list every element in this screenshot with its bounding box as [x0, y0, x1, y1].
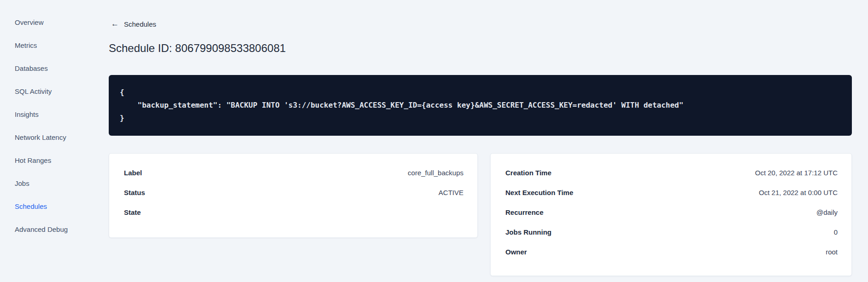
creation-time-row-label: Creation Time — [505, 169, 551, 177]
jobs-running-row-label: Jobs Running — [505, 228, 551, 236]
table-row: Next Execution Time Oct 21, 2022 at 0:00… — [491, 183, 851, 202]
main-content: ← Schedules Schedule ID: 806799098533806… — [109, 0, 852, 276]
owner-row-value: root — [826, 248, 838, 256]
recurrence-row-label: Recurrence — [505, 208, 544, 216]
back-link-label: Schedules — [124, 20, 156, 28]
sidebar-item-network-latency[interactable]: Network Latency — [0, 126, 109, 149]
code-line: "backup_statement": "BACKUP INTO 's3://b… — [120, 99, 841, 112]
sidebar-item-metrics[interactable]: Metrics — [0, 34, 109, 57]
schedule-info-card: Label core_full_backups Status ACTIVE St… — [109, 153, 478, 238]
table-row: Recurrence @daily — [491, 202, 851, 222]
creation-time-row-value: Oct 20, 2022 at 17:12 UTC — [755, 169, 838, 177]
recurrence-row-value: @daily — [816, 208, 838, 216]
next-execution-time-row-label: Next Execution Time — [505, 189, 573, 196]
sidebar-item-hot-ranges[interactable]: Hot Ranges — [0, 149, 109, 172]
sidebar-item-advanced-debug[interactable]: Advanced Debug — [0, 218, 109, 241]
state-row-label: State — [124, 208, 141, 216]
label-row-label: Label — [124, 169, 142, 177]
sidebar-item-overview[interactable]: Overview — [0, 11, 109, 34]
table-row: State — [109, 202, 477, 222]
sidebar-nav: Overview Metrics Databases SQL Activity … — [0, 0, 109, 282]
status-row-label: Status — [124, 189, 145, 196]
code-line: } — [120, 112, 841, 125]
back-to-schedules-link[interactable]: ← Schedules — [109, 20, 156, 28]
table-row: Jobs Running 0 — [491, 222, 851, 242]
back-arrow-icon: ← — [111, 20, 119, 28]
sidebar-item-sql-activity[interactable]: SQL Activity — [0, 80, 109, 103]
sidebar-item-schedules[interactable]: Schedules — [0, 195, 109, 218]
owner-row-label: Owner — [505, 248, 527, 256]
jobs-running-row-value: 0 — [834, 228, 838, 236]
backup-statement-code-block: { "backup_statement": "BACKUP INTO 's3:/… — [109, 75, 852, 136]
execution-info-card: Creation Time Oct 20, 2022 at 17:12 UTC … — [490, 153, 852, 276]
status-row-value: ACTIVE — [439, 189, 463, 196]
sidebar-item-jobs[interactable]: Jobs — [0, 172, 109, 195]
code-line: { — [120, 86, 841, 99]
sidebar-item-insights[interactable]: Insights — [0, 103, 109, 126]
table-row: Owner root — [491, 242, 851, 262]
table-row: Label core_full_backups — [109, 163, 477, 183]
sidebar-item-databases[interactable]: Databases — [0, 57, 109, 80]
next-execution-time-row-value: Oct 21, 2022 at 0:00 UTC — [759, 189, 838, 196]
page-title: Schedule ID: 806799098533806081 — [109, 41, 852, 55]
detail-cards-row: Label core_full_backups Status ACTIVE St… — [109, 153, 852, 276]
table-row: Creation Time Oct 20, 2022 at 17:12 UTC — [491, 163, 851, 183]
schedule-details-page: Overview Metrics Databases SQL Activity … — [0, 0, 868, 282]
table-row: Status ACTIVE — [109, 183, 477, 202]
label-row-value: core_full_backups — [408, 169, 463, 177]
